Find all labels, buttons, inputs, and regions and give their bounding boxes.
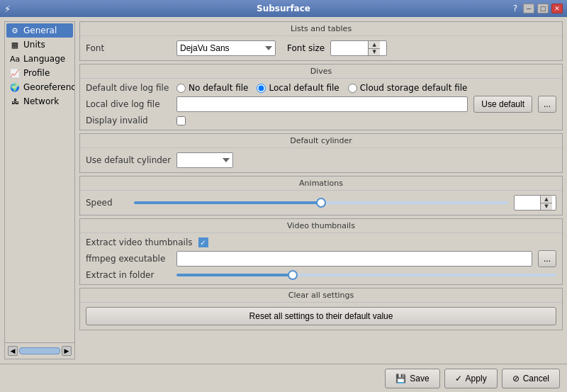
minimize-button[interactable]: − — [523, 4, 534, 13]
title-bar-controls: ? − □ ✕ — [513, 4, 563, 13]
ffmpeg-input[interactable]: ffmpeg — [176, 251, 532, 267]
video-thumbnails-title: Video thumbnails — [80, 219, 562, 233]
default-dive-log-label: Default dive log file — [86, 83, 171, 93]
cancel-label: Cancel — [523, 374, 549, 383]
video-thumbnails-body: Extract video thumbnails ✓ ffmpeg execut… — [80, 233, 562, 284]
font-size-input[interactable]: 10.00 — [331, 43, 368, 53]
ellipsis-icon: ... — [544, 99, 551, 109]
font-size-spinbox[interactable]: 10.00 ▲ ▼ — [330, 40, 387, 56]
sidebar-label-network: Network — [23, 96, 59, 106]
sidebar-scrollbar[interactable] — [19, 347, 60, 354]
use-default-label: Use default — [481, 99, 524, 109]
clear-all-body: Reset all settings to their default valu… — [80, 303, 562, 330]
local-dive-log-row: Local dive log file /home/willem/.subsur… — [86, 96, 556, 113]
title-bar-left: ⚡ — [4, 4, 11, 14]
speed-spinbox-down[interactable]: ▼ — [541, 203, 552, 211]
spinbox-down-button[interactable]: ▼ — [369, 49, 380, 56]
sidebar-label-georeference: Georeference — [23, 82, 75, 92]
sidebar-item-units[interactable]: ▦ Units — [6, 38, 73, 52]
font-select[interactable]: DejaVu Sans — [176, 40, 276, 56]
save-label: Save — [410, 374, 429, 383]
extract-video-checkbox[interactable]: ✓ — [198, 237, 208, 247]
lists-and-tables-section: Lists and tables Font DejaVu Sans Font s… — [79, 21, 563, 61]
local-dive-log-input[interactable]: /home/willem/.subsurface/willem_2015_May… — [176, 96, 468, 112]
radio-no-default-label[interactable]: No default file — [176, 83, 248, 93]
animations-title: Animations — [80, 177, 562, 191]
lists-and-tables-title: Lists and tables — [80, 22, 562, 36]
units-icon: ▦ — [10, 40, 20, 50]
speed-label: Speed — [86, 198, 128, 208]
radio-no-default[interactable] — [176, 84, 186, 93]
sidebar-items: ⚙ General ▦ Units Aa Language 📈 Profile … — [5, 22, 74, 342]
font-row: Font DejaVu Sans Font size 10.00 ▲ ▼ — [86, 40, 556, 56]
sidebar-item-language[interactable]: Aa Language — [6, 52, 73, 66]
extract-video-row: Extract video thumbnails ✓ — [86, 237, 556, 247]
sidebar-item-profile[interactable]: 📈 Profile — [6, 66, 73, 80]
use-default-button[interactable]: Use default — [473, 96, 532, 113]
scroll-left-button[interactable]: ◀ — [8, 346, 18, 356]
speed-spinbox-buttons: ▲ ▼ — [540, 196, 552, 210]
font-label: Font — [86, 43, 171, 53]
default-dive-log-row: Default dive log file No default file Lo… — [86, 83, 556, 93]
maximize-button[interactable]: □ — [537, 4, 549, 13]
cylinder-select[interactable] — [176, 152, 233, 168]
help-icon[interactable]: ? — [513, 4, 517, 13]
animations-section: Animations Speed 500 ▲ ▼ — [79, 176, 563, 215]
apply-label: Apply — [466, 374, 487, 383]
default-cylinder-section: Default cylinder Use default cylinder — [79, 133, 563, 173]
sidebar-item-general[interactable]: ⚙ General — [6, 23, 73, 38]
radio-cloud-label[interactable]: Cloud storage default file — [348, 83, 468, 93]
window-content: ⚙ General ▦ Units Aa Language 📈 Profile … — [0, 17, 567, 364]
ffmpeg-ellipsis-icon: ... — [544, 254, 551, 264]
display-invalid-checkbox[interactable] — [176, 116, 186, 125]
default-cylinder-title: Default cylinder — [80, 134, 562, 148]
extract-folder-label: Extract in folder — [86, 270, 171, 280]
speed-slider[interactable] — [134, 201, 508, 204]
speed-row: Speed 500 ▲ ▼ — [86, 195, 556, 211]
radio-local[interactable] — [257, 84, 266, 93]
sidebar-label-language: Language — [23, 54, 65, 64]
clear-all-title: Clear all settings — [80, 289, 562, 303]
gear-icon: ⚙ — [10, 26, 20, 35]
app-icon: ⚡ — [4, 4, 11, 14]
scroll-right-button[interactable]: ▶ — [62, 346, 72, 356]
network-icon: 🖧 — [10, 96, 20, 106]
local-dive-log-label: Local dive log file — [86, 99, 171, 109]
dives-section: Dives Default dive log file No default f… — [79, 64, 563, 130]
extract-folder-row: Extract in folder — [86, 270, 556, 280]
ffmpeg-row: ffmpeg executable ffmpeg ... — [86, 250, 556, 267]
speed-spinbox[interactable]: 500 ▲ ▼ — [514, 195, 556, 211]
window-title: Subsurface — [0, 4, 567, 13]
save-button[interactable]: 💾 Save — [385, 369, 439, 388]
dives-title: Dives — [80, 65, 562, 79]
radio-local-label[interactable]: Local default file — [257, 83, 339, 93]
sidebar-item-network[interactable]: 🖧 Network — [6, 94, 73, 108]
sidebar: ⚙ General ▦ Units Aa Language 📈 Profile … — [4, 21, 75, 359]
radio-cloud[interactable] — [348, 84, 357, 93]
spinbox-up-button[interactable]: ▲ — [369, 41, 380, 49]
reset-button[interactable]: Reset all settings to their default valu… — [86, 307, 556, 325]
sidebar-label-profile: Profile — [23, 68, 50, 78]
sidebar-item-georeference[interactable]: 🌍 Georeference — [6, 80, 73, 94]
video-thumbnails-section: Video thumbnails Extract video thumbnail… — [79, 218, 563, 285]
local-log-ellipsis-button[interactable]: ... — [538, 96, 556, 113]
apply-icon: ✓ — [455, 374, 462, 383]
title-bar: ⚡ Subsurface ? − □ ✕ — [0, 0, 567, 17]
extract-video-label: Extract video thumbnails — [86, 237, 193, 247]
use-default-cylinder-row: Use default cylinder — [86, 152, 556, 168]
close-button[interactable]: ✕ — [551, 4, 563, 13]
cancel-button[interactable]: ⊘ Cancel — [502, 369, 560, 388]
radio-no-default-text: No default file — [189, 83, 248, 93]
language-icon: Aa — [10, 54, 20, 64]
radio-local-text: Local default file — [269, 83, 339, 93]
extract-folder-slider[interactable] — [176, 274, 556, 276]
ffmpeg-label: ffmpeg executable — [86, 254, 171, 264]
georeference-icon: 🌍 — [10, 82, 20, 92]
apply-button[interactable]: ✓ Apply — [444, 369, 498, 388]
clear-all-section: Clear all settings Reset all settings to… — [79, 288, 563, 330]
speed-input[interactable]: 500 — [515, 198, 540, 208]
ffmpeg-ellipsis-button[interactable]: ... — [538, 250, 556, 267]
sidebar-label-units: Units — [23, 40, 45, 50]
use-default-cylinder-label: Use default cylinder — [86, 155, 171, 165]
speed-spinbox-up[interactable]: ▲ — [541, 196, 552, 203]
